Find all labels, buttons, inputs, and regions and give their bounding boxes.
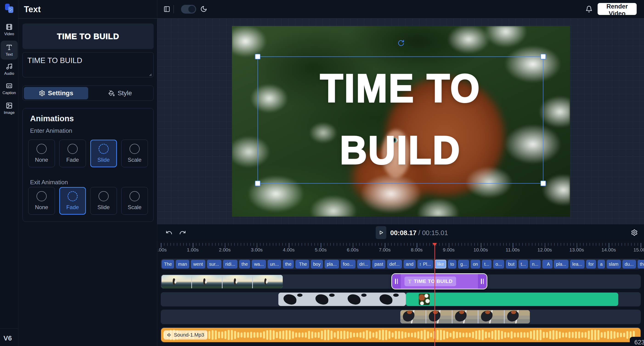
resize-handle-bottom-left[interactable] <box>255 181 260 186</box>
clip-trim-handle-right[interactable] <box>478 274 487 289</box>
play-button[interactable] <box>376 226 386 239</box>
video-clip-flowers[interactable] <box>406 293 618 306</box>
audio-clip[interactable]: Sound-1.Mp3 <box>161 328 640 342</box>
caption-word-chip[interactable]: lea... <box>570 260 584 268</box>
video-clip-soccer[interactable] <box>278 293 406 306</box>
caption-word-chip[interactable]: A <box>544 260 552 268</box>
animation-option-none[interactable]: None <box>28 187 55 215</box>
caption-word-chip[interactable]: n... <box>530 260 541 268</box>
sidebar-item-video[interactable]: Video <box>1 24 18 36</box>
caption-word-chip[interactable]: t... <box>482 260 492 268</box>
caption-word-chip[interactable]: the <box>638 260 644 268</box>
animation-option-scale[interactable]: Scale <box>121 187 148 215</box>
waveform-bar <box>272 330 275 339</box>
video-frame-thumbnail <box>478 310 504 323</box>
video-clip-surfing[interactable] <box>162 275 283 288</box>
caption-word-chip[interactable]: but <box>506 260 517 268</box>
caption-word-chip[interactable]: for <box>586 260 596 268</box>
caption-word-chip[interactable]: Pl... <box>421 260 433 268</box>
waveform-bar <box>356 333 358 337</box>
caption-word-chip[interactable]: man <box>176 260 189 268</box>
tab-settings[interactable]: Settings <box>24 87 88 99</box>
caption-word-chip[interactable]: un... <box>268 260 281 268</box>
waveform-bar <box>305 332 307 338</box>
caption-word-chip[interactable]: sur... <box>207 260 222 268</box>
text-clip-label-pill: T TIME TO BUILD <box>404 276 456 286</box>
waveform-bar <box>568 332 570 338</box>
waveform-bar <box>604 332 606 338</box>
caption-word-chip[interactable]: t... <box>518 260 528 268</box>
sidebar-item-caption[interactable]: Caption <box>1 82 18 95</box>
waveform-bar <box>302 332 304 337</box>
caption-word-chip[interactable]: The <box>162 260 174 268</box>
resize-handle-top-left[interactable] <box>255 54 260 59</box>
render-video-button[interactable]: Render Video <box>598 3 637 15</box>
caption-word-chip[interactable]: o... <box>493 260 504 268</box>
waveform-bar <box>598 330 600 340</box>
ruler-label: 4.00s <box>283 247 295 253</box>
redo-icon[interactable] <box>179 229 186 236</box>
caption-word-chip[interactable]: foo... <box>340 260 355 268</box>
bell-icon[interactable] <box>586 6 592 13</box>
video-frame-thumbnail <box>342 293 374 306</box>
waveform-bar <box>324 330 326 340</box>
caption-word-chip[interactable]: to <box>448 260 456 268</box>
caption-word-chip[interactable]: pla... <box>554 260 568 268</box>
caption-word-chip[interactable]: like <box>435 260 446 268</box>
rotate-cw-icon[interactable] <box>398 40 404 47</box>
moon-icon[interactable] <box>200 6 207 13</box>
caption-word-chip[interactable]: pla... <box>324 260 339 268</box>
resize-handle-bottom-right[interactable] <box>540 181 546 186</box>
waveform-bar <box>321 330 323 339</box>
tab-style[interactable]: Style <box>88 87 152 99</box>
animation-option-scale[interactable]: Scale <box>121 140 148 167</box>
sidebar-item-audio[interactable]: Audio <box>1 63 18 76</box>
panel-left-icon[interactable] <box>164 6 170 13</box>
caption-word-chip[interactable]: and <box>404 260 416 268</box>
video-track-3 <box>161 310 641 324</box>
animation-option-none[interactable]: None <box>28 140 55 167</box>
video-clip-cycling[interactable] <box>400 310 530 323</box>
caption-word-chip[interactable]: g... <box>458 260 469 268</box>
animation-option-fade[interactable]: Fade <box>59 187 86 215</box>
caption-word-chip[interactable]: the <box>283 260 294 268</box>
animation-option-slide[interactable]: Slide <box>90 187 117 215</box>
animation-option-slide[interactable]: Slide <box>90 140 117 167</box>
caption-word-chip[interactable]: ridi... <box>223 260 238 268</box>
caption-word-chip[interactable]: on <box>470 260 480 268</box>
clip-trim-handle-left[interactable] <box>392 274 401 289</box>
waveform-bar <box>482 330 484 340</box>
waveform-bar <box>540 330 542 340</box>
animation-option-fade[interactable]: Fade <box>59 140 86 167</box>
video-frame-thumbnail <box>419 293 430 305</box>
caption-word-chip[interactable]: dri... <box>357 260 371 268</box>
text-selection-box[interactable] <box>258 56 544 184</box>
theme-toggle-switch[interactable] <box>181 5 196 14</box>
caption-word-chip[interactable]: wa... <box>252 260 266 268</box>
playhead[interactable] <box>434 243 435 346</box>
music-icon <box>6 63 13 70</box>
waveform-bar <box>337 331 339 339</box>
waveform-bar <box>572 332 574 338</box>
caption-word-chip[interactable]: went <box>191 260 205 268</box>
caption-word-chip[interactable]: slam <box>606 260 621 268</box>
caption-word-chip[interactable]: a <box>598 260 605 268</box>
caption-word-chip[interactable]: du... <box>622 260 636 268</box>
caption-word-chip[interactable]: boy <box>311 260 323 268</box>
waveform-bar <box>536 330 538 340</box>
sidebar-item-text[interactable]: Text <box>1 41 18 60</box>
caption-word-chip[interactable]: def... <box>387 260 402 268</box>
gear-icon[interactable] <box>631 229 638 236</box>
text-content-input[interactable]: TIME TO BUILD <box>22 52 154 77</box>
caption-word-chip[interactable]: The <box>297 260 309 268</box>
undo-icon[interactable] <box>166 229 172 236</box>
caption-word-chip[interactable]: past <box>372 260 386 268</box>
resize-handle-top-right[interactable] <box>540 54 546 59</box>
text-clip[interactable]: T TIME TO BUILD <box>391 273 487 289</box>
ruler-label: 13.00s <box>569 247 584 253</box>
waveform-bar <box>388 331 390 339</box>
sidebar-item-label: Caption <box>1 91 18 95</box>
timeline-ruler[interactable]: 0.00s1.00s2.00s3.00s4.00s5.00s6.00s7.00s… <box>157 241 644 257</box>
sidebar-item-image[interactable]: Image <box>1 102 18 115</box>
caption-word-chip[interactable]: the <box>239 260 250 268</box>
